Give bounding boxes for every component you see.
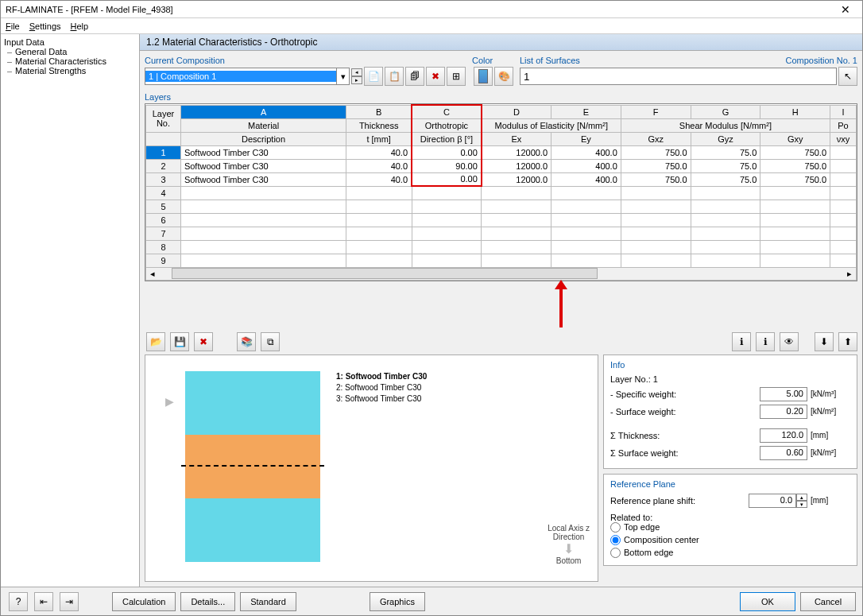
- export-icon[interactable]: ⬆: [838, 332, 857, 351]
- shift-field[interactable]: 0.0: [749, 494, 796, 508]
- ok-button[interactable]: OK: [740, 592, 795, 611]
- nav-tree: Input Data General Data Material Charact…: [1, 34, 140, 587]
- annotation-arrow: [264, 280, 857, 329]
- layer-2-vis: [185, 435, 320, 498]
- menubar: File Settings Help: [1, 18, 862, 34]
- composition-label: Current Composition: [145, 56, 466, 65]
- titlebar: RF-LAMINATE - [RFEM - Model File_4938] ✕: [1, 1, 862, 18]
- table-row[interactable]: 2Softwood Timber C3040.090.0012000.0400.…: [146, 159, 857, 172]
- color-swatch[interactable]: [474, 67, 493, 86]
- axis-label: Local Axis z Direction ⬇ Bottom: [548, 524, 590, 565]
- radio-bottom-edge[interactable]: [610, 548, 621, 558]
- calculation-button[interactable]: Calculation: [112, 592, 176, 611]
- duplicate-icon[interactable]: ⧉: [261, 332, 280, 351]
- prev-icon[interactable]: ⇤: [34, 592, 53, 611]
- table-toolbar: 📂 💾 ✖ 📚 ⧉ ℹ ℹ 👁 ⬇ ⬆: [145, 329, 857, 354]
- layers-label: Layers: [145, 92, 857, 102]
- graphics-button[interactable]: Graphics: [370, 592, 425, 611]
- horizontal-scrollbar[interactable]: ◂▸: [145, 268, 857, 281]
- table-row[interactable]: 7: [146, 227, 857, 240]
- radio-composition-center[interactable]: [610, 535, 621, 545]
- total-weight-field: 0.60: [760, 446, 807, 460]
- palette-icon[interactable]: 🎨: [494, 67, 513, 86]
- preview-label-2: 2: Softwood Timber C30: [336, 382, 427, 393]
- table-row[interactable]: 6: [146, 213, 857, 227]
- info2-icon[interactable]: ℹ: [756, 332, 775, 351]
- menu-settings[interactable]: Settings: [29, 21, 61, 31]
- menu-file[interactable]: File: [6, 21, 20, 31]
- radio-top-edge[interactable]: [610, 522, 621, 533]
- import-icon[interactable]: ⬇: [815, 332, 834, 351]
- layer-3-vis: [185, 498, 320, 562]
- menu-help[interactable]: Help: [71, 21, 89, 31]
- table-row[interactable]: 4: [146, 186, 857, 200]
- eye-icon[interactable]: 👁: [780, 332, 799, 351]
- composition-spinner[interactable]: ◂▸: [351, 68, 362, 84]
- window-title: RF-LAMINATE - [RFEM - Model File_4938]: [6, 5, 834, 14]
- close-icon[interactable]: ✕: [834, 3, 857, 16]
- info-panel: Info Layer No.: 1 - Specific weight:5.00…: [603, 354, 857, 469]
- bottom-toolbar: ? ⇤ ⇥ Calculation Details... Standard Gr…: [1, 587, 862, 615]
- excel-icon[interactable]: ⊞: [447, 67, 466, 86]
- preview-label-3: 3: Softwood Timber C30: [336, 393, 427, 405]
- copy-icon[interactable]: 📋: [385, 67, 404, 86]
- open-icon[interactable]: 📂: [146, 332, 165, 351]
- next-icon[interactable]: ⇥: [60, 592, 79, 611]
- pick-icon[interactable]: ↖: [838, 67, 857, 86]
- play-icon: ▶: [165, 395, 174, 408]
- help-icon[interactable]: ?: [9, 592, 28, 611]
- center-line: [181, 465, 324, 467]
- library-icon[interactable]: 📚: [237, 332, 256, 351]
- table-row[interactable]: 8: [146, 240, 857, 254]
- new-icon[interactable]: 📄: [364, 67, 383, 86]
- tree-item-general[interactable]: General Data: [4, 47, 136, 56]
- cancel-button[interactable]: Cancel: [800, 592, 856, 611]
- composition-combo[interactable]: 1 | Composition 1 ▾: [145, 68, 350, 85]
- layers-table[interactable]: LayerNo. A B C D E F G H I MaterialThick…: [145, 103, 857, 281]
- delete-icon[interactable]: ✖: [426, 67, 445, 86]
- save-icon[interactable]: 💾: [170, 332, 189, 351]
- layer-1-vis: [185, 371, 320, 435]
- tree-root[interactable]: Input Data: [4, 37, 136, 47]
- delete-row-icon[interactable]: ✖: [194, 332, 213, 351]
- table-row[interactable]: 5: [146, 200, 857, 213]
- row-header: LayerNo.: [146, 105, 181, 132]
- table-row[interactable]: 9: [146, 254, 857, 267]
- tree-item-material-characteristics[interactable]: Material Characteristics: [4, 56, 136, 66]
- reference-plane-panel: Reference Plane Reference plane shift:0.…: [603, 474, 857, 566]
- preview-label-1: 1: Softwood Timber C30: [336, 371, 427, 382]
- page-title: 1.2 Material Characteristics - Orthotrop…: [140, 34, 862, 51]
- color-label: Color: [472, 56, 513, 65]
- surfaces-label: List of Surfaces: [520, 56, 580, 65]
- layer-preview: ▶ 1: Softwood Timber C30 2: Softwood Tim…: [145, 354, 598, 583]
- surfaces-input[interactable]: [520, 68, 837, 85]
- standard-button[interactable]: Standard: [240, 592, 296, 611]
- copy2-icon[interactable]: 🗐: [405, 67, 424, 86]
- details-button[interactable]: Details...: [180, 592, 235, 611]
- composition-number: Composition No. 1: [786, 56, 858, 67]
- chevron-down-icon[interactable]: ▾: [336, 68, 349, 84]
- tree-item-material-strengths[interactable]: Material Strengths: [4, 66, 136, 76]
- total-thickness-field: 120.0: [760, 428, 807, 443]
- surface-weight-field: 0.20: [760, 405, 807, 419]
- info1-icon[interactable]: ℹ: [732, 332, 751, 351]
- table-row[interactable]: 1Softwood Timber C3040.00.0012000.0400.0…: [146, 145, 857, 159]
- specific-weight-field: 5.00: [760, 387, 807, 401]
- table-row[interactable]: 3Softwood Timber C3040.00.0012000.0400.0…: [146, 172, 857, 186]
